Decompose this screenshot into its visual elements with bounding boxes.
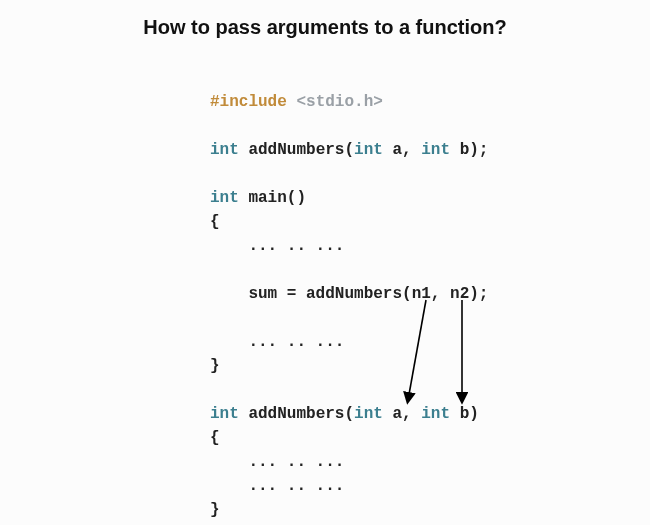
kw-int: int xyxy=(354,405,383,423)
ellipsis: ... .. ... xyxy=(210,237,344,255)
kw-int: int xyxy=(210,141,239,159)
call-line: sum = addNumbers(n1, n2); xyxy=(210,285,488,303)
proto-name: addNumbers( xyxy=(239,141,354,159)
include-directive: #include xyxy=(210,93,287,111)
kw-int: int xyxy=(210,189,239,207)
code-block: #include <stdio.h> int addNumbers(int a,… xyxy=(210,90,488,522)
kw-int: int xyxy=(421,405,450,423)
ellipsis: ... .. ... xyxy=(210,333,344,351)
ellipsis: ... .. ... xyxy=(210,477,344,495)
proto-b: b); xyxy=(450,141,488,159)
def-name: addNumbers( xyxy=(239,405,354,423)
brace-close: } xyxy=(210,357,220,375)
kw-int: int xyxy=(421,141,450,159)
kw-int: int xyxy=(210,405,239,423)
slide-title: How to pass arguments to a function? xyxy=(0,16,650,39)
def-b: b) xyxy=(450,405,479,423)
brace-open: { xyxy=(210,429,220,447)
brace-close: } xyxy=(210,501,220,519)
slide-container: How to pass arguments to a function? #in… xyxy=(0,0,650,525)
include-header: <stdio.h> xyxy=(296,93,382,111)
def-a: a, xyxy=(383,405,421,423)
brace-open: { xyxy=(210,213,220,231)
ellipsis: ... .. ... xyxy=(210,453,344,471)
main-sig: main() xyxy=(239,189,306,207)
kw-int: int xyxy=(354,141,383,159)
proto-a: a, xyxy=(383,141,421,159)
